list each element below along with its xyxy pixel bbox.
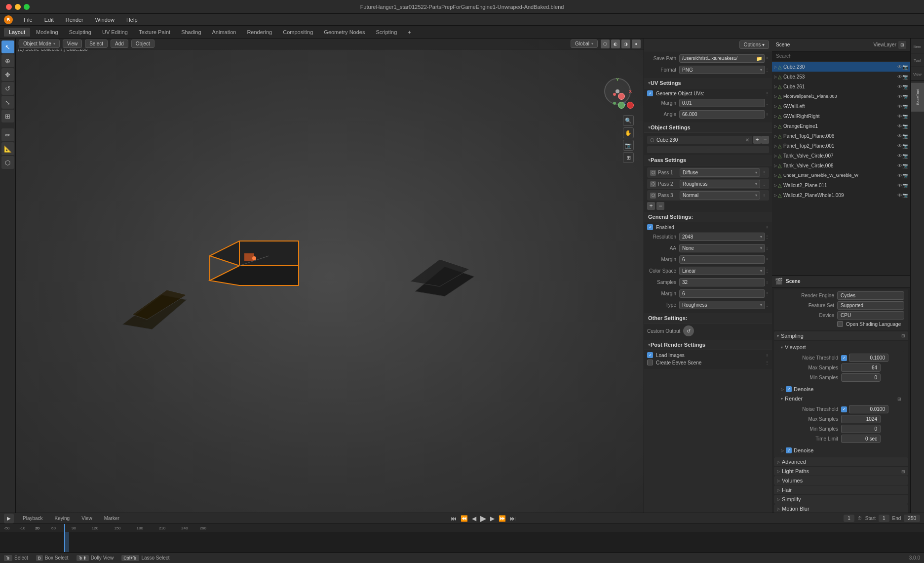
visibility-icon-13[interactable]: 👁 [897, 193, 902, 198]
next-frame-btn[interactable]: ▶ [490, 515, 495, 523]
denoise-2-header[interactable]: ▷ ✓ Denoise [778, 446, 904, 455]
r-min-samples-value[interactable]: 0 [841, 425, 881, 433]
viewport[interactable]: User Perspective (1) Scene Collection | … [16, 39, 644, 513]
visibility-icon-8[interactable]: 👁 [897, 143, 902, 149]
type-menu[interactable]: ⋮ [765, 303, 769, 307]
viewport-subsection-header[interactable]: ▾ Viewport [778, 343, 904, 352]
x-sphere[interactable] [618, 93, 625, 100]
enabled-menu[interactable]: ⋮ [765, 225, 769, 230]
denoise-1-checkbox[interactable]: ✓ [786, 386, 792, 392]
hair-header[interactable]: ▷ Hair [774, 485, 908, 494]
general-settings-header[interactable]: General Settings: [644, 212, 772, 222]
load-images-checkbox[interactable]: ✓ [647, 352, 653, 358]
prev-keyframe-btn[interactable]: ⏪ [460, 515, 468, 523]
tab-add[interactable]: + [403, 28, 416, 37]
pass-1-type[interactable]: Diffuse ▾ [680, 168, 760, 177]
visibility-icon-5[interactable]: 👁 [897, 114, 902, 119]
visibility-icon-0[interactable]: 👁 [897, 64, 902, 70]
resolution-menu[interactable]: ⋮ [765, 235, 769, 239]
enabled-checkbox[interactable]: ✓ [647, 224, 653, 230]
vp-min-samples-value[interactable]: 0 [841, 373, 881, 382]
r-time-limit-value[interactable]: 0 sec [841, 435, 881, 443]
timeline-body[interactable]: -50 -10 20 60 90 120 150 180 210 240 260 [0, 524, 924, 552]
visibility-icon-9[interactable]: 👁 [897, 153, 902, 159]
render-icon-13[interactable]: 📷 [902, 193, 908, 198]
outliner-item-panel2[interactable]: ▷ △ Panel_Top2_Plane.001 👁 📷 [772, 141, 910, 151]
volumes-header[interactable]: ▷ Volumes [774, 476, 908, 485]
create-eevee-checkbox[interactable] [647, 360, 653, 365]
motion-blur-header[interactable]: ▷ Motion Blur [774, 504, 908, 513]
sampling-section-header[interactable]: ▾ Sampling ⊞ [774, 331, 908, 340]
outliner-item-wallcut011[interactable]: ▷ △ Wallcut2_Plane.011 👁 📷 [772, 180, 910, 190]
render-icon-0[interactable]: 📷 [902, 64, 908, 70]
cube-object-field[interactable]: ⬡ Cube.230 ✕ [647, 136, 752, 144]
render-icon-10[interactable]: 📷 [902, 163, 908, 168]
outliner-item-tank007[interactable]: ▷ △ Tank_Valve_Circle.007 👁 📷 [772, 151, 910, 161]
move-tool-icon[interactable]: ✥ [1, 68, 14, 81]
rotate-tool-icon[interactable]: ↺ [1, 82, 14, 95]
menu-edit[interactable]: Edit [41, 16, 57, 24]
outliner-item-gwallleft[interactable]: ▷ △ GWallLeft 👁 📷 [772, 101, 910, 111]
uv-angle-menu[interactable]: ⋮ [765, 112, 769, 117]
expand-btn[interactable]: ··· [647, 146, 769, 153]
play-btn[interactable]: ▶ [480, 513, 487, 523]
outliner-item-cube253[interactable]: ▷ △ Cube.253 👁 📷 [772, 72, 910, 81]
render-icon-3[interactable]: 📷 [902, 94, 908, 99]
simplify-header[interactable]: ▷ Simplify [774, 495, 908, 504]
type-field[interactable]: Roughness ▾ [679, 301, 765, 309]
render-icon-12[interactable]: 📷 [902, 183, 908, 188]
vp-max-samples-value[interactable]: 64 [841, 363, 881, 372]
denoise-1-header[interactable]: ▷ ✓ Denoise [778, 385, 904, 394]
visibility-icon-12[interactable]: 👁 [897, 183, 902, 188]
close-icon[interactable]: ✕ [745, 137, 749, 143]
object-mode-dropdown[interactable]: Object Mode ▾ [19, 40, 60, 48]
light-paths-header[interactable]: ▷ Light Paths ⊞ [774, 467, 908, 476]
minimize-button[interactable] [15, 4, 21, 10]
render-icon-1[interactable]: 📷 [902, 74, 908, 80]
tab-compositing[interactable]: Compositing [278, 28, 318, 37]
view-menu[interactable]: View [78, 515, 95, 522]
prev-frame-btn[interactable]: ◀ [471, 515, 477, 523]
visibility-icon-4[interactable]: 👁 [897, 104, 902, 109]
timeline-mode-icon[interactable]: ▶ [4, 514, 14, 523]
r-noise-threshold-value[interactable]: 0.0100 [849, 405, 888, 413]
uv-margin-menu[interactable]: ⋮ [765, 101, 769, 105]
start-frame[interactable]: 1 [879, 515, 889, 522]
pass-1-menu[interactable]: ⋮ [762, 170, 766, 175]
render-icon-6[interactable]: 📷 [902, 123, 908, 129]
solid-btn[interactable]: ◐ [611, 40, 620, 48]
cursor-tool-icon[interactable]: ⊕ [1, 54, 14, 67]
folder-icon[interactable]: 📁 [756, 56, 762, 61]
scene-tab-icon[interactable]: 🎬 [775, 278, 783, 285]
gen-margin-field[interactable]: 6 [679, 255, 765, 264]
render-icon-5[interactable]: 📷 [902, 114, 908, 119]
uv-settings-header[interactable]: ▾ UV Settings [644, 78, 772, 88]
generate-uvs-menu[interactable]: ⋮ [765, 91, 769, 96]
close-button[interactable] [6, 4, 12, 10]
transform-tool-icon[interactable]: ⊞ [1, 110, 14, 122]
outliner-item-cube230[interactable]: ▷ △ Cube.230 👁 📷 [772, 62, 910, 72]
menu-help[interactable]: Help [123, 16, 141, 24]
scale-tool-icon[interactable]: ⤡ [1, 96, 14, 109]
pass-2-menu[interactable]: ⋮ [762, 182, 766, 186]
resolution-field[interactable]: 2048 ▾ [679, 233, 765, 241]
vp-noise-checkbox[interactable]: ✓ [841, 355, 847, 361]
tab-geometry-nodes[interactable]: Geometry Nodes [319, 28, 370, 37]
tab-layout[interactable]: Layout [4, 28, 30, 37]
pass-3-menu[interactable]: ⋮ [762, 193, 766, 198]
options-button[interactable]: Options ▾ [739, 40, 769, 49]
outliner-search-input[interactable] [774, 52, 908, 60]
tab-sculpting[interactable]: Sculpting [64, 28, 96, 37]
zoom-in-icon[interactable]: 🔍 [623, 115, 634, 126]
gen-margin-menu[interactable]: ⋮ [765, 257, 769, 262]
save-path-field[interactable]: /Users/christi...xtureBakes1/ 📁 [679, 54, 765, 63]
wireframe-btn[interactable]: ⬡ [601, 40, 610, 48]
visibility-icon-10[interactable]: 👁 [897, 163, 902, 168]
uv-angle-field[interactable]: 66.000 [679, 110, 765, 119]
pass-2-type[interactable]: Roughness ▾ [680, 180, 760, 188]
tab-texture-paint[interactable]: Texture Paint [134, 28, 175, 37]
grid-icon[interactable]: ⊞ [623, 152, 634, 163]
outliner-item-panel1[interactable]: ▷ △ Panel_Top1_Plane.006 👁 📷 [772, 131, 910, 141]
render-icon-2[interactable]: 📷 [902, 84, 908, 89]
object-btn[interactable]: Object [131, 40, 154, 48]
